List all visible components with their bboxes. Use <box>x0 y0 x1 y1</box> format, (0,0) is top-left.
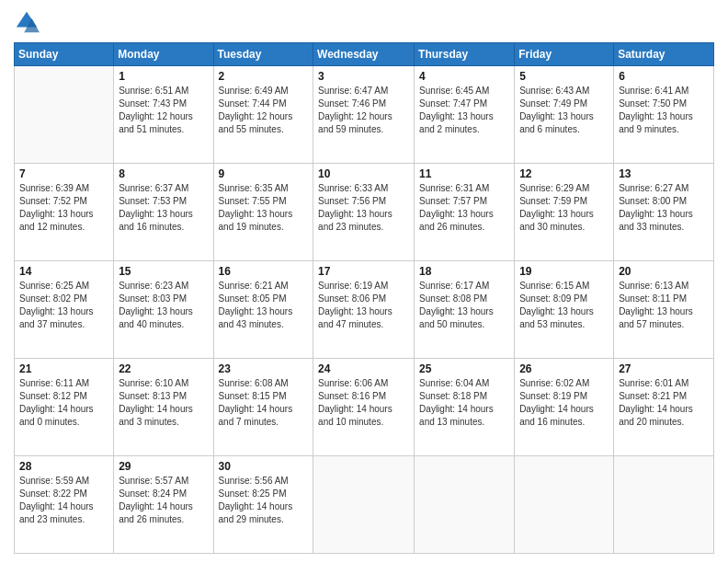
day-number: 12 <box>519 167 609 180</box>
day-info: Sunrise: 6:47 AMSunset: 7:46 PMDaylight:… <box>318 85 409 136</box>
day-number: 7 <box>19 167 108 180</box>
day-info: Sunrise: 6:29 AMSunset: 7:59 PMDaylight:… <box>519 182 609 234</box>
calendar-cell: 6Sunrise: 6:41 AMSunset: 7:50 PMDaylight… <box>614 66 714 164</box>
day-number: 18 <box>419 265 509 278</box>
calendar-cell: 14Sunrise: 6:25 AMSunset: 8:02 PMDayligh… <box>15 261 114 359</box>
calendar-cell <box>614 456 714 554</box>
calendar-cell: 29Sunrise: 5:57 AMSunset: 8:24 PMDayligh… <box>114 456 213 554</box>
day-info: Sunrise: 5:59 AMSunset: 8:22 PMDaylight:… <box>19 475 108 526</box>
day-info: Sunrise: 6:23 AMSunset: 8:03 PMDaylight:… <box>119 280 208 331</box>
calendar-cell: 16Sunrise: 6:21 AMSunset: 8:05 PMDayligh… <box>213 261 313 359</box>
day-number: 3 <box>318 70 409 83</box>
calendar-cell: 3Sunrise: 6:47 AMSunset: 7:46 PMDaylight… <box>313 66 415 164</box>
weekday-header-wednesday: Wednesday <box>313 43 415 66</box>
calendar-cell: 25Sunrise: 6:04 AMSunset: 8:18 PMDayligh… <box>415 359 515 456</box>
calendar-cell: 2Sunrise: 6:49 AMSunset: 7:44 PMDaylight… <box>213 66 313 164</box>
day-info: Sunrise: 6:13 AMSunset: 8:11 PMDaylight:… <box>619 280 709 331</box>
calendar-week-row: 7Sunrise: 6:39 AMSunset: 7:52 PMDaylight… <box>15 164 714 261</box>
day-info: Sunrise: 6:43 AMSunset: 7:49 PMDaylight:… <box>519 85 609 136</box>
calendar-cell: 26Sunrise: 6:02 AMSunset: 8:19 PMDayligh… <box>515 359 614 456</box>
day-number: 9 <box>219 167 309 180</box>
logo <box>14 9 43 35</box>
day-number: 5 <box>519 70 609 83</box>
day-info: Sunrise: 6:08 AMSunset: 8:15 PMDaylight:… <box>219 377 309 429</box>
day-info: Sunrise: 6:10 AMSunset: 8:13 PMDaylight:… <box>119 377 208 429</box>
calendar-cell: 19Sunrise: 6:15 AMSunset: 8:09 PMDayligh… <box>515 261 614 359</box>
calendar-cell: 7Sunrise: 6:39 AMSunset: 7:52 PMDaylight… <box>15 164 114 261</box>
day-number: 19 <box>519 265 609 278</box>
logo-icon <box>14 9 40 35</box>
day-number: 10 <box>318 167 409 180</box>
day-info: Sunrise: 6:17 AMSunset: 8:08 PMDaylight:… <box>419 280 509 331</box>
calendar-cell <box>415 456 515 554</box>
day-info: Sunrise: 6:31 AMSunset: 7:57 PMDaylight:… <box>419 182 509 234</box>
header <box>14 9 714 35</box>
weekday-header-thursday: Thursday <box>415 43 515 66</box>
day-info: Sunrise: 6:19 AMSunset: 8:06 PMDaylight:… <box>318 280 409 331</box>
calendar-cell: 28Sunrise: 5:59 AMSunset: 8:22 PMDayligh… <box>15 456 114 554</box>
weekday-header-friday: Friday <box>515 43 614 66</box>
calendar-cell: 5Sunrise: 6:43 AMSunset: 7:49 PMDaylight… <box>515 66 614 164</box>
calendar-cell: 17Sunrise: 6:19 AMSunset: 8:06 PMDayligh… <box>313 261 415 359</box>
calendar-cell: 13Sunrise: 6:27 AMSunset: 8:00 PMDayligh… <box>614 164 714 261</box>
calendar-cell: 30Sunrise: 5:56 AMSunset: 8:25 PMDayligh… <box>213 456 313 554</box>
day-number: 22 <box>119 362 208 375</box>
day-number: 2 <box>219 70 309 83</box>
day-number: 26 <box>519 362 609 375</box>
calendar-week-row: 21Sunrise: 6:11 AMSunset: 8:12 PMDayligh… <box>15 359 714 456</box>
calendar-week-row: 28Sunrise: 5:59 AMSunset: 8:22 PMDayligh… <box>15 456 714 554</box>
calendar-cell: 12Sunrise: 6:29 AMSunset: 7:59 PMDayligh… <box>515 164 614 261</box>
day-number: 25 <box>419 362 509 375</box>
day-info: Sunrise: 6:21 AMSunset: 8:05 PMDaylight:… <box>219 280 309 331</box>
day-info: Sunrise: 6:39 AMSunset: 7:52 PMDaylight:… <box>19 182 108 234</box>
day-number: 13 <box>619 167 709 180</box>
day-number: 24 <box>318 362 409 375</box>
day-info: Sunrise: 6:33 AMSunset: 7:56 PMDaylight:… <box>318 182 409 234</box>
day-info: Sunrise: 6:06 AMSunset: 8:16 PMDaylight:… <box>318 377 409 429</box>
day-info: Sunrise: 6:41 AMSunset: 7:50 PMDaylight:… <box>619 85 709 136</box>
calendar-cell: 15Sunrise: 6:23 AMSunset: 8:03 PMDayligh… <box>114 261 213 359</box>
day-number: 4 <box>419 70 509 83</box>
weekday-header-sunday: Sunday <box>15 43 114 66</box>
calendar-cell: 11Sunrise: 6:31 AMSunset: 7:57 PMDayligh… <box>415 164 515 261</box>
day-info: Sunrise: 6:27 AMSunset: 8:00 PMDaylight:… <box>619 182 709 234</box>
day-number: 1 <box>119 70 208 83</box>
day-info: Sunrise: 6:02 AMSunset: 8:19 PMDaylight:… <box>519 377 609 429</box>
day-info: Sunrise: 6:15 AMSunset: 8:09 PMDaylight:… <box>519 280 609 331</box>
day-info: Sunrise: 6:51 AMSunset: 7:43 PMDaylight:… <box>119 85 208 136</box>
day-number: 17 <box>318 265 409 278</box>
day-number: 29 <box>119 460 208 473</box>
calendar-cell: 1Sunrise: 6:51 AMSunset: 7:43 PMDaylight… <box>114 66 213 164</box>
day-info: Sunrise: 6:01 AMSunset: 8:21 PMDaylight:… <box>619 377 709 429</box>
day-info: Sunrise: 6:25 AMSunset: 8:02 PMDaylight:… <box>19 280 108 331</box>
day-info: Sunrise: 6:45 AMSunset: 7:47 PMDaylight:… <box>419 85 509 136</box>
calendar-cell: 10Sunrise: 6:33 AMSunset: 7:56 PMDayligh… <box>313 164 415 261</box>
day-number: 16 <box>219 265 309 278</box>
calendar-week-row: 1Sunrise: 6:51 AMSunset: 7:43 PMDaylight… <box>15 66 714 164</box>
weekday-header-saturday: Saturday <box>614 43 714 66</box>
day-number: 15 <box>119 265 208 278</box>
weekday-header-row: SundayMondayTuesdayWednesdayThursdayFrid… <box>15 43 714 66</box>
day-number: 30 <box>219 460 309 473</box>
calendar-cell: 27Sunrise: 6:01 AMSunset: 8:21 PMDayligh… <box>614 359 714 456</box>
day-info: Sunrise: 5:57 AMSunset: 8:24 PMDaylight:… <box>119 475 208 526</box>
day-info: Sunrise: 6:11 AMSunset: 8:12 PMDaylight:… <box>19 377 108 429</box>
calendar-cell: 8Sunrise: 6:37 AMSunset: 7:53 PMDaylight… <box>114 164 213 261</box>
calendar-cell: 22Sunrise: 6:10 AMSunset: 8:13 PMDayligh… <box>114 359 213 456</box>
day-number: 11 <box>419 167 509 180</box>
day-number: 21 <box>19 362 108 375</box>
calendar-cell: 4Sunrise: 6:45 AMSunset: 7:47 PMDaylight… <box>415 66 515 164</box>
calendar-table: SundayMondayTuesdayWednesdayThursdayFrid… <box>14 42 714 554</box>
page: SundayMondayTuesdayWednesdayThursdayFrid… <box>0 0 728 563</box>
calendar-cell: 23Sunrise: 6:08 AMSunset: 8:15 PMDayligh… <box>213 359 313 456</box>
calendar-week-row: 14Sunrise: 6:25 AMSunset: 8:02 PMDayligh… <box>15 261 714 359</box>
day-info: Sunrise: 6:37 AMSunset: 7:53 PMDaylight:… <box>119 182 208 234</box>
day-info: Sunrise: 5:56 AMSunset: 8:25 PMDaylight:… <box>219 475 309 526</box>
day-number: 28 <box>19 460 108 473</box>
day-number: 14 <box>19 265 108 278</box>
day-number: 27 <box>619 362 709 375</box>
weekday-header-monday: Monday <box>114 43 213 66</box>
day-info: Sunrise: 6:49 AMSunset: 7:44 PMDaylight:… <box>219 85 309 136</box>
weekday-header-tuesday: Tuesday <box>213 43 313 66</box>
calendar-cell <box>15 66 114 164</box>
